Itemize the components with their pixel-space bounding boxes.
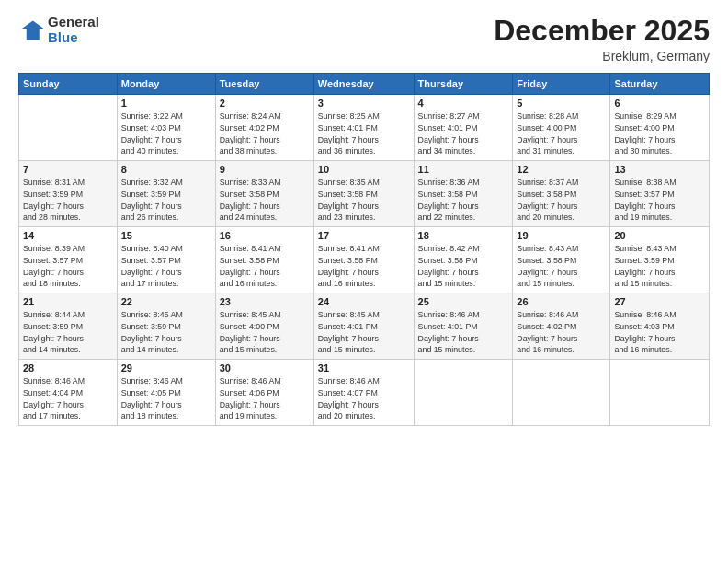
day-info: Sunrise: 8:40 AM Sunset: 3:57 PM Dayligh… (121, 243, 211, 290)
table-row: 10Sunrise: 8:35 AM Sunset: 3:58 PM Dayli… (313, 161, 414, 227)
day-info: Sunrise: 8:46 AM Sunset: 4:05 PM Dayligh… (121, 375, 211, 422)
day-info: Sunrise: 8:45 AM Sunset: 4:00 PM Dayligh… (220, 309, 310, 356)
day-number: 2 (220, 98, 310, 109)
day-info: Sunrise: 8:46 AM Sunset: 4:04 PM Dayligh… (23, 375, 113, 422)
table-row: 11Sunrise: 8:36 AM Sunset: 3:58 PM Dayli… (414, 161, 513, 227)
table-row: 1Sunrise: 8:22 AM Sunset: 4:03 PM Daylig… (117, 95, 215, 161)
day-number: 10 (318, 164, 410, 175)
table-row: 3Sunrise: 8:25 AM Sunset: 4:01 PM Daylig… (313, 95, 414, 161)
table-row (414, 360, 513, 426)
table-row: 29Sunrise: 8:46 AM Sunset: 4:05 PM Dayli… (117, 360, 215, 426)
table-row: 23Sunrise: 8:45 AM Sunset: 4:00 PM Dayli… (215, 293, 313, 360)
day-info: Sunrise: 8:41 AM Sunset: 3:58 PM Dayligh… (318, 243, 410, 290)
table-row: 12Sunrise: 8:37 AM Sunset: 3:58 PM Dayli… (513, 161, 610, 227)
col-saturday: Saturday (610, 74, 710, 95)
calendar-week-row: 7Sunrise: 8:31 AM Sunset: 3:59 PM Daylig… (19, 161, 710, 227)
day-number: 24 (318, 296, 410, 307)
day-number: 19 (517, 230, 606, 241)
table-row: 24Sunrise: 8:45 AM Sunset: 4:01 PM Dayli… (313, 293, 414, 360)
day-number: 23 (220, 296, 310, 307)
table-row: 16Sunrise: 8:41 AM Sunset: 3:58 PM Dayli… (215, 227, 313, 293)
logo-general: General (48, 15, 99, 30)
day-number: 6 (614, 98, 705, 109)
day-info: Sunrise: 8:28 AM Sunset: 4:00 PM Dayligh… (517, 110, 606, 157)
calendar-header-row: Sunday Monday Tuesday Wednesday Thursday… (19, 74, 710, 95)
day-number: 11 (418, 164, 509, 175)
table-row: 28Sunrise: 8:46 AM Sunset: 4:04 PM Dayli… (19, 360, 118, 426)
day-number: 26 (517, 296, 606, 307)
day-number: 7 (23, 164, 113, 175)
day-info: Sunrise: 8:46 AM Sunset: 4:07 PM Dayligh… (318, 375, 410, 422)
table-row: 4Sunrise: 8:27 AM Sunset: 4:01 PM Daylig… (414, 95, 513, 161)
day-info: Sunrise: 8:24 AM Sunset: 4:02 PM Dayligh… (220, 110, 310, 157)
day-info: Sunrise: 8:37 AM Sunset: 3:58 PM Dayligh… (517, 177, 606, 224)
table-row (19, 95, 118, 161)
day-info: Sunrise: 8:46 AM Sunset: 4:02 PM Dayligh… (517, 309, 606, 356)
table-row (513, 360, 610, 426)
day-info: Sunrise: 8:46 AM Sunset: 4:01 PM Dayligh… (418, 309, 509, 356)
day-info: Sunrise: 8:43 AM Sunset: 3:58 PM Dayligh… (517, 243, 606, 290)
day-number: 31 (318, 362, 410, 373)
col-tuesday: Tuesday (215, 74, 313, 95)
day-info: Sunrise: 8:22 AM Sunset: 4:03 PM Dayligh… (121, 110, 211, 157)
table-row: 9Sunrise: 8:33 AM Sunset: 3:58 PM Daylig… (215, 161, 313, 227)
day-number: 5 (517, 98, 606, 109)
col-monday: Monday (117, 74, 215, 95)
day-info: Sunrise: 8:38 AM Sunset: 3:57 PM Dayligh… (614, 177, 705, 224)
logo: General Blue (18, 15, 99, 45)
day-info: Sunrise: 8:33 AM Sunset: 3:58 PM Dayligh… (220, 177, 310, 224)
table-row: 8Sunrise: 8:32 AM Sunset: 3:59 PM Daylig… (117, 161, 215, 227)
col-friday: Friday (513, 74, 610, 95)
col-thursday: Thursday (414, 74, 513, 95)
day-number: 9 (220, 164, 310, 175)
day-number: 1 (121, 98, 211, 109)
day-info: Sunrise: 8:36 AM Sunset: 3:58 PM Dayligh… (418, 177, 509, 224)
table-row: 21Sunrise: 8:44 AM Sunset: 3:59 PM Dayli… (19, 293, 118, 360)
calendar-week-row: 21Sunrise: 8:44 AM Sunset: 3:59 PM Dayli… (19, 293, 710, 360)
day-info: Sunrise: 8:27 AM Sunset: 4:01 PM Dayligh… (418, 110, 509, 157)
day-number: 14 (23, 230, 113, 241)
day-number: 25 (418, 296, 509, 307)
header: General Blue December 2025 Breklum, Germ… (18, 15, 710, 63)
day-number: 16 (220, 230, 310, 241)
table-row: 30Sunrise: 8:46 AM Sunset: 4:06 PM Dayli… (215, 360, 313, 426)
logo-text: General Blue (48, 15, 99, 45)
day-number: 29 (121, 362, 211, 373)
logo-blue: Blue (48, 30, 99, 46)
table-row: 2Sunrise: 8:24 AM Sunset: 4:02 PM Daylig… (215, 95, 313, 161)
day-info: Sunrise: 8:35 AM Sunset: 3:58 PM Dayligh… (318, 177, 410, 224)
calendar-week-row: 1Sunrise: 8:22 AM Sunset: 4:03 PM Daylig… (19, 95, 710, 161)
table-row: 7Sunrise: 8:31 AM Sunset: 3:59 PM Daylig… (19, 161, 118, 227)
day-info: Sunrise: 8:39 AM Sunset: 3:57 PM Dayligh… (23, 243, 113, 290)
logo-icon (18, 17, 44, 43)
table-row: 6Sunrise: 8:29 AM Sunset: 4:00 PM Daylig… (610, 95, 710, 161)
day-info: Sunrise: 8:45 AM Sunset: 3:59 PM Dayligh… (121, 309, 211, 356)
table-row (610, 360, 710, 426)
day-number: 27 (614, 296, 705, 307)
day-number: 30 (220, 362, 310, 373)
calendar-week-row: 14Sunrise: 8:39 AM Sunset: 3:57 PM Dayli… (19, 227, 710, 293)
day-info: Sunrise: 8:25 AM Sunset: 4:01 PM Dayligh… (318, 110, 410, 157)
table-row: 20Sunrise: 8:43 AM Sunset: 3:59 PM Dayli… (610, 227, 710, 293)
table-row: 15Sunrise: 8:40 AM Sunset: 3:57 PM Dayli… (117, 227, 215, 293)
table-row: 19Sunrise: 8:43 AM Sunset: 3:58 PM Dayli… (513, 227, 610, 293)
day-number: 15 (121, 230, 211, 241)
table-row: 13Sunrise: 8:38 AM Sunset: 3:57 PM Dayli… (610, 161, 710, 227)
day-info: Sunrise: 8:43 AM Sunset: 3:59 PM Dayligh… (614, 243, 705, 290)
day-info: Sunrise: 8:31 AM Sunset: 3:59 PM Dayligh… (23, 177, 113, 224)
day-number: 18 (418, 230, 509, 241)
svg-marker-0 (22, 20, 45, 40)
day-number: 20 (614, 230, 705, 241)
day-info: Sunrise: 8:29 AM Sunset: 4:00 PM Dayligh… (614, 110, 705, 157)
day-number: 13 (614, 164, 705, 175)
table-row: 14Sunrise: 8:39 AM Sunset: 3:57 PM Dayli… (19, 227, 118, 293)
day-number: 3 (318, 98, 410, 109)
day-info: Sunrise: 8:46 AM Sunset: 4:06 PM Dayligh… (220, 375, 310, 422)
day-number: 12 (517, 164, 606, 175)
day-number: 8 (121, 164, 211, 175)
day-number: 21 (23, 296, 113, 307)
col-sunday: Sunday (19, 74, 118, 95)
table-row: 27Sunrise: 8:46 AM Sunset: 4:03 PM Dayli… (610, 293, 710, 360)
table-row: 25Sunrise: 8:46 AM Sunset: 4:01 PM Dayli… (414, 293, 513, 360)
table-row: 22Sunrise: 8:45 AM Sunset: 3:59 PM Dayli… (117, 293, 215, 360)
